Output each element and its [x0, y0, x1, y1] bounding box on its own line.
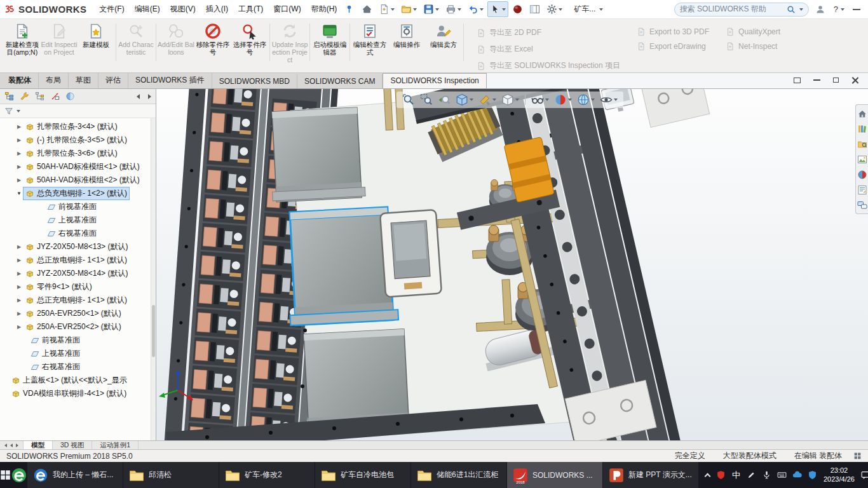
tab-6[interactable]: SOLIDWORKS CAM	[297, 74, 383, 88]
export-item[interactable]: QualityXpert	[726, 27, 780, 36]
display-manager-tab[interactable]	[65, 92, 75, 101]
add-edit-balloons-button[interactable]: Add/Edit Balloons	[158, 21, 194, 64]
undo-button[interactable]	[465, 1, 486, 17]
tree-item[interactable]: 上视基准面	[0, 214, 156, 227]
filter-funnel-icon[interactable]	[4, 107, 13, 116]
graphics-viewport[interactable]	[156, 89, 868, 440]
tree-item[interactable]: 右视基准面	[0, 227, 156, 240]
feature-manager-tab[interactable]	[4, 92, 14, 101]
menu-1[interactable]: 编辑(E)	[130, 1, 165, 18]
tab-3[interactable]: 评估	[98, 72, 128, 88]
view-settings-button[interactable]	[598, 93, 620, 107]
search-icon[interactable]	[787, 5, 796, 14]
zoom-area-button[interactable]	[418, 93, 435, 107]
restore-document-button[interactable]	[833, 78, 839, 83]
apply-scene-button[interactable]	[575, 93, 597, 107]
edit-appearance-button[interactable]	[552, 93, 574, 107]
hidden-icons-button[interactable]	[705, 473, 711, 479]
expand-arrow-icon[interactable]	[15, 297, 23, 303]
minimize-document-button[interactable]	[813, 79, 820, 81]
expand-arrow-icon[interactable]	[15, 177, 23, 183]
taskbar-button-folder[interactable]: 矿车自冷电池包	[315, 462, 410, 488]
tree-scrollbar[interactable]	[151, 118, 156, 440]
expand-arrow-icon[interactable]	[15, 137, 23, 143]
model-canvas[interactable]	[156, 89, 868, 440]
menu-4[interactable]: 工具(T)	[233, 1, 268, 18]
expand-panel-icon[interactable]	[148, 94, 151, 99]
tree-item[interactable]: JYZ-20X50-M8<13> (默认)	[0, 240, 156, 254]
model-module-box-1[interactable]	[268, 107, 365, 202]
start-button[interactable]	[0, 462, 11, 488]
export-item[interactable]: Export eDrawing	[637, 42, 709, 51]
tab-5[interactable]: SOLIDWORKS MBD	[212, 74, 297, 88]
taskbar-button-folder[interactable]: 储能6进1出汇流柜	[411, 462, 506, 488]
previous-view-button[interactable]	[436, 93, 452, 107]
custom-properties-tab[interactable]	[857, 185, 867, 194]
help-button[interactable]: ?	[834, 4, 844, 14]
tab-1[interactable]: 布局	[39, 72, 69, 88]
task-pane-button[interactable]	[527, 1, 543, 17]
dimxpert-manager-tab[interactable]	[50, 92, 60, 101]
remove-balloons-button[interactable]: 移除零件序号	[194, 21, 231, 64]
new-inspection-project-button[interactable]: 新建检查项目(amp;N)	[4, 21, 41, 64]
scrollbar-thumb[interactable]	[152, 305, 155, 357]
material-sphere-button[interactable]	[510, 1, 526, 17]
view-orientation-button[interactable]	[454, 93, 475, 107]
window-icon[interactable]	[794, 78, 801, 83]
action-center-button[interactable]	[861, 470, 868, 480]
tree-item[interactable]: 250A-EVR250<1> (默认)	[0, 307, 156, 320]
defender-icon[interactable]	[808, 470, 817, 480]
print-button[interactable]	[443, 1, 464, 17]
close-document-button[interactable]	[851, 76, 859, 84]
pin-icon[interactable]	[344, 4, 354, 14]
tab-0[interactable]: 装配体	[1, 72, 39, 88]
design-library-tab[interactable]	[857, 124, 867, 133]
tree-item[interactable]: 250A-EVR250<2> (默认)	[0, 320, 156, 334]
tree-item[interactable]: (-) 扎带限位条-3<5> (默认)	[0, 133, 156, 147]
update-inspection-project-button[interactable]: Update Inspection Project	[271, 21, 308, 64]
select-balloons-button[interactable]: 选择零件序号	[231, 21, 268, 64]
scroll-left-icon[interactable]	[10, 444, 13, 447]
appearances-scenes-tab[interactable]	[857, 170, 867, 179]
solidworks-resources-tab[interactable]	[857, 109, 867, 118]
new-template-button[interactable]: 新建模板	[78, 21, 114, 64]
hide-show-items-button[interactable]	[529, 93, 551, 107]
tree-item[interactable]: JYZ-20X50-M8<14> (默认)	[0, 267, 156, 280]
tree-item[interactable]: 前视基准面	[0, 334, 156, 347]
tree-item[interactable]: 上盖板<1> (默认<<默认>_显示	[0, 374, 156, 387]
menu-6[interactable]: 帮助(H)	[306, 1, 342, 18]
cloud-icon[interactable]	[792, 470, 802, 480]
menu-2[interactable]: 视图(V)	[165, 1, 201, 18]
edge-browser-button[interactable]	[11, 462, 27, 488]
pane-grid-icon[interactable]	[853, 452, 862, 460]
tree-item[interactable]: 右视基准面	[0, 360, 156, 374]
taskbar-button-browser[interactable]: 我的上传 – 懒石...	[27, 462, 123, 488]
help-search-box[interactable]: 搜索 SOLIDWORKS 帮助	[674, 3, 809, 17]
tab-2[interactable]: 草图	[69, 72, 98, 88]
display-style-button[interactable]	[499, 93, 521, 107]
home-button[interactable]	[359, 1, 375, 17]
export-item[interactable]: 导出至 Excel	[477, 44, 620, 55]
tree-item[interactable]: 50AH-VAD标准模组<1> (默认)	[0, 160, 156, 173]
edit-operations-button[interactable]: 编辑操作	[388, 21, 425, 64]
tree-item[interactable]: 扎带限位条-3<4> (默认)	[0, 120, 156, 133]
export-item[interactable]: Export to 3D PDF	[637, 27, 709, 36]
view-palette-tab[interactable]	[857, 154, 867, 164]
launch-template-editor-button[interactable]: 启动模板编辑器	[311, 21, 348, 64]
handwriting-icon[interactable]	[747, 470, 756, 480]
document-switcher[interactable]: 矿车...	[570, 2, 607, 17]
microphone-icon[interactable]	[762, 470, 771, 480]
export-item[interactable]: Net-Inspect	[726, 42, 780, 51]
expand-arrow-icon[interactable]	[15, 324, 23, 330]
menu-5[interactable]: 窗口(W)	[268, 1, 306, 18]
edit-vendor-button[interactable]: 编辑卖方	[425, 21, 462, 64]
configuration-manager-tab[interactable]	[35, 92, 44, 101]
expand-arrow-icon[interactable]	[15, 244, 23, 250]
doc-tab-2[interactable]: 运动算例1	[92, 441, 139, 449]
chevron-down-icon[interactable]	[799, 8, 803, 11]
chevron-down-icon[interactable]	[17, 110, 20, 112]
user-account-icon[interactable]	[815, 4, 825, 15]
expand-arrow-icon[interactable]	[15, 151, 23, 156]
taskbar-button-powerpoint[interactable]: 新建 PPT 演示文...	[603, 462, 698, 488]
security-shield-icon[interactable]	[716, 470, 726, 480]
